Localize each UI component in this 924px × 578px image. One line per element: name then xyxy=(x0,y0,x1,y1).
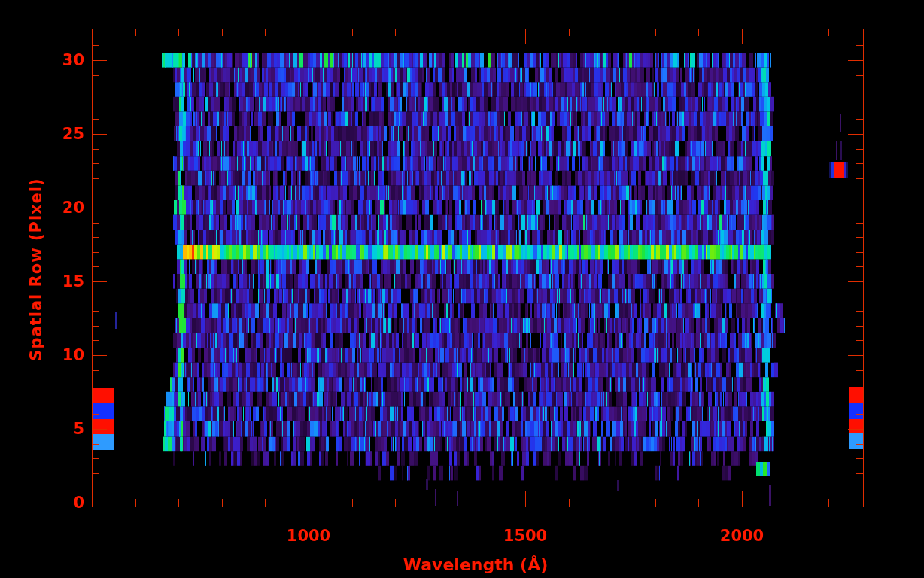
spectrogram-canvas xyxy=(0,0,924,578)
spectrogram-viewer-window: ra_151127074745_hisb_lin.fit 0 0.0062654… xyxy=(0,0,924,578)
x-tick-label: 1500 xyxy=(488,527,563,545)
y-tick-label: 10 xyxy=(45,346,84,364)
y-tick-label: 5 xyxy=(45,420,84,438)
y-tick-label: 30 xyxy=(45,51,84,69)
y-tick-label: 25 xyxy=(45,125,84,143)
x-tick-label: 1000 xyxy=(271,527,346,545)
x-axis-title: Wavelength (Å) xyxy=(403,555,548,574)
y-tick-label: 15 xyxy=(45,272,84,291)
y-tick-label: 0 xyxy=(45,494,84,512)
y-tick-label: 20 xyxy=(45,199,84,217)
y-axis-title: Spatial Row (Pixel) xyxy=(27,178,45,360)
x-tick-label: 2000 xyxy=(704,527,780,545)
